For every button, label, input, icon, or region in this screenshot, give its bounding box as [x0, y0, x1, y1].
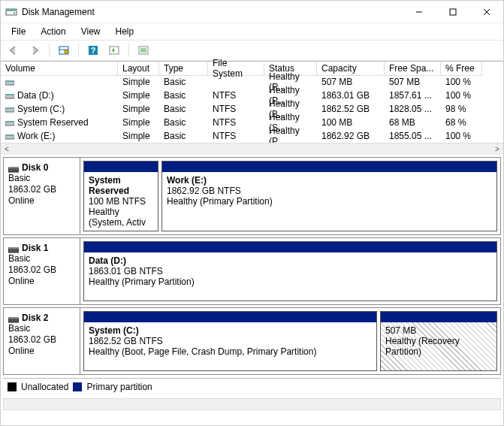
- disk-size: 1863.02 GB: [8, 264, 75, 276]
- col-volume[interactable]: Volume: [1, 61, 118, 76]
- disk-size: 1863.02 GB: [8, 184, 75, 195]
- disk-info[interactable]: Disk 0Basic1863.02 GBOnline: [4, 158, 80, 234]
- disk-icon: [8, 315, 19, 321]
- disk-graphical-view: Disk 0Basic1863.02 GBOnlineSystem Reserv…: [1, 155, 503, 375]
- menu-help[interactable]: Help: [110, 25, 140, 38]
- partition-status: Healthy (System, Activ: [89, 207, 153, 228]
- svg-rect-9: [65, 50, 68, 53]
- legend-swatch-primary: [73, 382, 82, 391]
- table-row[interactable]: System (C:)SimpleBasicNTFSHealthy (B...1…: [1, 102, 503, 116]
- partition-size: 507 MB: [385, 325, 492, 336]
- svg-rect-18: [5, 80, 14, 82]
- partition-stripe: [162, 162, 496, 172]
- disk-block: Disk 0Basic1863.02 GBOnlineSystem Reserv…: [3, 157, 501, 235]
- col-capacity[interactable]: Capacity: [317, 61, 385, 76]
- disk-name: Disk 1: [22, 243, 48, 253]
- partition[interactable]: System (C:)1862.52 GB NTFSHealthy (Boot,…: [83, 311, 377, 371]
- menu-file[interactable]: File: [5, 25, 32, 38]
- svg-rect-4: [450, 9, 456, 15]
- close-button[interactable]: [469, 1, 503, 23]
- col-fs[interactable]: File System: [208, 61, 264, 76]
- partition[interactable]: 507 MBHealthy (Recovery Partition): [380, 311, 497, 371]
- horizontal-scrollbar[interactable]: < >: [1, 143, 503, 155]
- disk-type: Basic: [8, 173, 75, 184]
- table-row[interactable]: System ReservedSimpleBasicNTFSHealthy (S…: [1, 116, 503, 129]
- help-button[interactable]: ?: [85, 42, 101, 59]
- vol-free: 1855.05 ...: [385, 131, 441, 141]
- svg-rect-20: [5, 94, 14, 95]
- scroll-left-icon[interactable]: <: [1, 145, 13, 153]
- menu-view[interactable]: View: [75, 25, 107, 38]
- table-row[interactable]: Work (E:)SimpleBasicNTFSHealthy (P...186…: [1, 129, 503, 143]
- menubar: File Action View Help: [1, 23, 503, 40]
- col-free[interactable]: Free Spa...: [385, 61, 441, 76]
- vol-free: 1857.61 ...: [385, 90, 441, 101]
- vol-name: Work (E:): [17, 131, 55, 141]
- partition[interactable]: System Reserved100 MB NTFSHealthy (Syste…: [83, 161, 158, 231]
- svg-rect-1: [6, 9, 17, 11]
- vol-pct: 100 %: [441, 77, 482, 87]
- vol-layout: Simple: [118, 90, 159, 101]
- partition-title: System (C:): [89, 325, 372, 336]
- partition-size: 100 MB NTFS: [89, 196, 153, 207]
- vol-name: Data (D:): [17, 90, 54, 101]
- drive-icon: [5, 105, 14, 113]
- bottom-scrollbar[interactable]: [3, 398, 501, 410]
- vol-name: System (C:): [17, 104, 65, 114]
- refresh-button[interactable]: [106, 42, 122, 59]
- col-layout[interactable]: Layout: [118, 61, 159, 76]
- vol-pct: 68 %: [441, 117, 482, 128]
- partition-title: Data (D:): [89, 255, 492, 266]
- vol-type: Basic: [159, 131, 208, 141]
- disk-name: Disk 0: [22, 162, 48, 173]
- properties-button[interactable]: [56, 42, 72, 59]
- vol-cap: 1862.52 GB: [317, 104, 385, 114]
- legend-swatch-unallocated: [8, 382, 17, 391]
- vol-pct: 98 %: [441, 104, 482, 114]
- partition-size: 1863.01 GB NTFS: [89, 266, 492, 276]
- partition-size: 1862.52 GB NTFS: [89, 336, 372, 346]
- partition-stripe: [84, 312, 376, 322]
- partition-size: 1862.92 GB NTFS: [167, 186, 492, 196]
- svg-rect-22: [5, 107, 14, 109]
- vol-fs: NTFS: [208, 117, 264, 128]
- maximize-button[interactable]: [436, 1, 469, 23]
- vol-name: System Reserved: [17, 117, 89, 128]
- disk-partitions: System (C:)1862.52 GB NTFSHealthy (Boot,…: [80, 308, 500, 374]
- partition-stripe: [381, 312, 496, 322]
- minimize-button[interactable]: [402, 1, 436, 23]
- partition[interactable]: Data (D:)1863.01 GB NTFSHealthy (Primary…: [83, 241, 497, 301]
- col-pct[interactable]: % Free: [441, 61, 482, 76]
- svg-rect-26: [5, 134, 14, 136]
- partition-title: System Reserved: [89, 175, 153, 196]
- vol-pct: 100 %: [441, 90, 482, 101]
- disk-state: Online: [8, 276, 75, 287]
- svg-rect-30: [8, 247, 19, 249]
- partition-stripe: [84, 242, 496, 252]
- disk-type: Basic: [8, 323, 75, 334]
- disk-info[interactable]: Disk 1Basic1863.02 GBOnline: [4, 238, 80, 304]
- window-title: Disk Management: [22, 7, 95, 17]
- scroll-right-icon[interactable]: >: [491, 145, 503, 153]
- partition-status: Healthy (Recovery Partition): [385, 336, 492, 357]
- disk-info[interactable]: Disk 2Basic1863.02 GBOnline: [4, 308, 80, 374]
- disk-block: Disk 1Basic1863.02 GBOnlineData (D:)1863…: [3, 237, 501, 305]
- svg-rect-24: [5, 121, 14, 122]
- partition-stripe: [84, 162, 158, 172]
- table-row[interactable]: Data (D:)SimpleBasicNTFSHealthy (P...186…: [1, 89, 503, 102]
- disk-size: 1863.02 GB: [8, 334, 75, 346]
- menu-action[interactable]: Action: [35, 25, 71, 38]
- forward-button[interactable]: [26, 42, 43, 59]
- vol-layout: Simple: [118, 117, 159, 128]
- svg-rect-32: [8, 317, 19, 319]
- col-type[interactable]: Type: [159, 61, 208, 76]
- partition[interactable]: Work (E:)1862.92 GB NTFSHealthy (Primary…: [161, 161, 497, 231]
- legend: Unallocated Primary partition: [3, 378, 501, 395]
- disk-state: Online: [8, 346, 75, 357]
- disk-icon: [8, 165, 19, 171]
- vol-cap: 1862.92 GB: [317, 131, 385, 141]
- back-button[interactable]: [5, 42, 22, 59]
- list-button[interactable]: [135, 42, 152, 59]
- vol-fs: NTFS: [208, 104, 264, 114]
- vol-cap: 100 MB: [317, 117, 385, 128]
